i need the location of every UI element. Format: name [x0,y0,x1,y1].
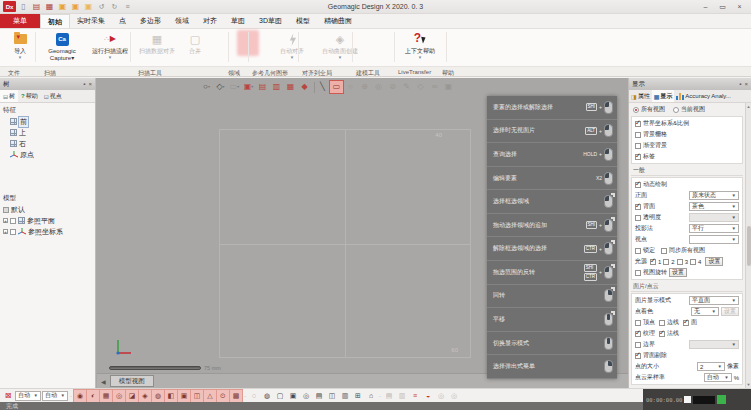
home-view-icon[interactable]: ⌂ [365,390,377,402]
checkbox[interactable] [690,259,696,265]
copy-icon[interactable]: ▥ [396,390,408,402]
page-view-icon-1[interactable]: ▤ [313,390,325,402]
checkbox[interactable] [10,229,16,235]
zoom-fit-icon[interactable]: ◌ [248,390,260,402]
context-help-button[interactable]: ? 上下文帮助▾ [398,31,442,61]
export-folder-icon[interactable]: ▣ [83,1,94,12]
checkbox[interactable] [635,320,641,326]
checkbox[interactable] [650,259,656,265]
open-folder-icon[interactable]: ▣ [70,1,81,12]
display-panel-scrollbar[interactable]: ▲▼ [745,103,751,388]
ribbon-tab[interactable]: 3D草图 [252,14,289,28]
viewpoint-select[interactable]: ▼ [689,235,739,244]
texture-display-icon[interactable]: ◍ [152,390,164,402]
checkbox[interactable] [677,259,683,265]
ribbon-tab[interactable]: 初始 [40,14,70,28]
maximize-button[interactable]: ▭ [714,1,731,13]
camera-icon-1[interactable]: ◎ [435,390,447,402]
table-display-icon[interactable]: ▩ [230,390,242,402]
grid-view-icon[interactable]: ⊞ [352,390,364,402]
datasheet-icon-2[interactable]: ▥ [270,81,283,93]
rotation-settings-button[interactable]: 设置 [669,268,687,277]
page-view-icon-3[interactable]: ▥ [339,390,351,402]
doc-view-icon-2[interactable]: ▣ [287,390,299,402]
globe-view-icon[interactable]: ◎ [300,390,312,402]
quick-access-menu-icon[interactable]: ≡ [122,1,133,12]
tree-item-ref-coordinates[interactable]: + 参照坐标系 [3,226,92,237]
ribbon-tab[interactable]: 模型 [289,14,317,28]
close-button[interactable]: × [731,1,748,13]
body-display-icon[interactable]: ▣▾ [242,81,255,93]
redo-icon[interactable]: ↻ [109,1,120,12]
mesh-display-mode-select[interactable]: 平直面▼ [689,296,739,305]
ribbon-tab[interactable]: 草图 [224,14,252,28]
pin-icon[interactable]: ▪ [739,81,741,87]
datasheet-icon-3[interactable]: ▦ [284,81,297,93]
lasso-select-icon[interactable]: ∞ [428,81,441,93]
geomagic-capture-button[interactable]: Ca Geomagic Capture▾ [38,31,86,62]
ribbon-tab[interactable]: 实时采集 [70,14,112,28]
checkbox[interactable] [659,320,665,326]
record-indicator[interactable] [684,396,691,403]
run-scan-process-button[interactable]: ∴▶ 运行扫描流程▾ [88,31,132,61]
tree-item-default[interactable]: 默认 [3,204,92,215]
tab-display[interactable]: ▦显示 [652,90,675,102]
save-all-icon[interactable]: ▦ [44,1,55,12]
checkbox[interactable] [635,331,641,337]
ribbon-tab[interactable]: 领域 [168,14,196,28]
clipboard-icon[interactable]: ▤ [383,390,395,402]
datasheet-icon-1[interactable]: ▤ [256,81,269,93]
auto-precision-select[interactable]: 自动▼ [42,391,68,401]
tree-item-right-plane[interactable]: 右 [3,138,92,149]
zoom-icon[interactable]: ◍ [261,390,273,402]
boundary-display-icon[interactable]: ◈ [139,390,151,402]
camera-icon-2[interactable]: ◎ [448,390,460,402]
checkbox[interactable] [3,207,9,213]
ribbon-tab[interactable]: 多边形 [133,14,168,28]
projection-select[interactable]: 平行▼ [689,224,739,233]
sphere-display-icon[interactable]: ⊙ [217,390,229,402]
pen-select-icon[interactable]: ✎ [400,81,413,93]
region-display-icon[interactable]: ◐ [87,390,99,402]
tab-tree[interactable]: ⊟树 [0,90,18,102]
new-file-icon[interactable]: ▯ [18,1,29,12]
pin-icon[interactable]: ▪ [83,81,85,87]
model-view-tab[interactable]: 模型视图 [110,375,154,387]
ribbon-tab[interactable]: 精确曲面 [317,14,359,28]
checkbox[interactable] [635,248,641,254]
checkbox[interactable] [635,215,641,221]
tree-item-ref-planes[interactable]: + 参照平面 [3,215,92,226]
auto-units-select[interactable]: 自动▼ [15,391,41,401]
close-icon[interactable]: × [744,81,748,87]
ribbon-tab[interactable]: 对齐 [196,14,224,28]
normal-display-icon[interactable]: △ [204,390,216,402]
mesh-display-icon[interactable]: ◉ [74,390,86,402]
checkbox[interactable] [635,353,641,359]
checkbox[interactable] [635,143,641,149]
line-select-icon[interactable]: ╲ [316,81,329,93]
point-size-select[interactable]: 2▼ [697,362,725,371]
checkbox[interactable] [635,154,641,160]
wireframe-mode-icon[interactable]: ◇▾ [214,81,227,93]
circle-select-icon[interactable]: ○ [344,81,357,93]
front-face-select[interactable]: 原来状态▼ [689,191,739,200]
polygon-select-icon[interactable]: ◇ [414,81,427,93]
tree-item-front-plane[interactable]: 前 [3,116,92,127]
checkbox[interactable] [635,204,641,210]
section-display-icon[interactable]: ◫ [191,390,203,402]
point-color-select[interactable]: 无▼ [691,307,719,316]
tab-scroll-left-icon[interactable]: ◀ [97,378,110,385]
menu-button[interactable]: 菜单 [0,14,40,28]
circle-add-select-icon[interactable]: ⊕ [358,81,371,93]
save-icon[interactable]: ▤ [31,1,42,12]
ellipse-select-icon[interactable]: ◎ [372,81,385,93]
checkbox[interactable] [635,182,641,188]
grid-display-icon[interactable]: ▦ [100,390,112,402]
tab-accuracy-analyzer[interactable]: Accuracy Analy... [674,90,733,102]
plane-display-icon[interactable]: ▭▾ [228,81,241,93]
page-view-icon-2[interactable]: ◫ [326,390,338,402]
back-face-select[interactable]: 茶色▼ [689,202,739,211]
viewport[interactable]: ○▾ ◇▾ ▭▾ ▣▾ ▤ ▥ ▦ ◆ ╲ [97,78,628,388]
point-rate-select[interactable]: 自动▼ [704,373,732,382]
minimize-button[interactable]: – [697,1,714,13]
